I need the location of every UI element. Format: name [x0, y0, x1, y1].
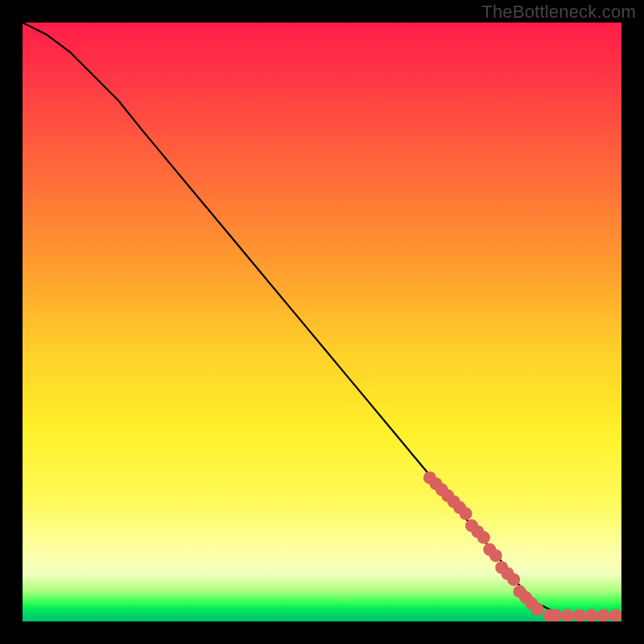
- watermark-text: TheBottleneck.com: [481, 2, 636, 23]
- marker-dot: [561, 609, 574, 621]
- marker-dot: [585, 609, 598, 621]
- marker-dot: [477, 531, 490, 544]
- marker-dot: [489, 549, 502, 562]
- marker-dot: [531, 603, 544, 616]
- chart-frame: TheBottleneck.com: [0, 0, 644, 644]
- marker-dot: [597, 609, 610, 621]
- marker-dot: [549, 609, 562, 621]
- marker-dot: [507, 573, 520, 586]
- marker-dots: [423, 471, 621, 621]
- main-curve: [23, 23, 621, 616]
- marker-dot: [609, 609, 621, 621]
- curve-svg: [23, 23, 621, 621]
- plot-area: [23, 23, 621, 621]
- marker-dot: [573, 609, 586, 621]
- marker-dot: [460, 507, 473, 520]
